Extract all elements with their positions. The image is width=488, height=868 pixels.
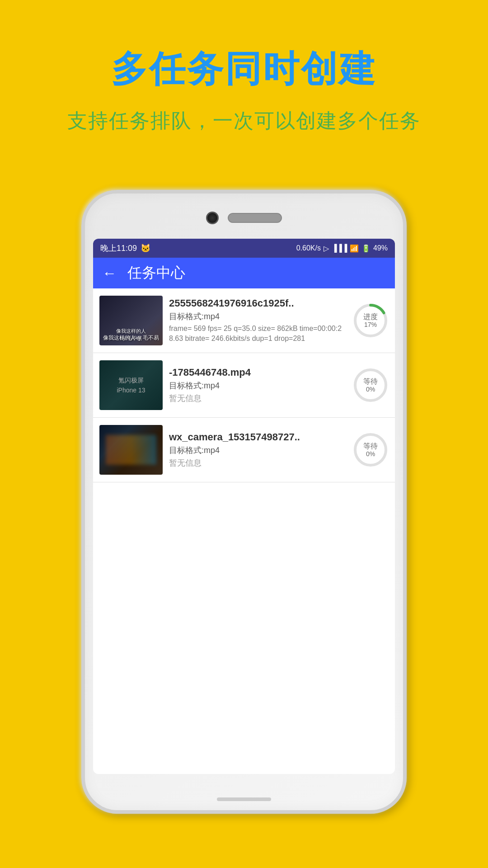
task-format: 目标格式:mp4 — [169, 380, 346, 391]
task-format: 目标格式:mp4 — [169, 445, 346, 456]
progress-status-text: 等待 — [363, 377, 378, 386]
progress-percent: 17% — [363, 321, 378, 329]
progress-circle-2: 等待 0% — [352, 367, 389, 403]
status-bar: 晚上11:09 🐱 0.60K/s ▷ ▐▐▐ 📶 🔋 49% — [93, 239, 395, 258]
volume-down-btn — [81, 410, 83, 456]
task-info: -1785446748.mp4 目标格式:mp4 暂无信息 — [169, 367, 346, 404]
task-thumbnail: 氪闪极屏iPhone 13 — [99, 360, 163, 410]
volume-silent-btn — [81, 311, 83, 343]
thumb2-inner: 氪闪极屏iPhone 13 — [117, 375, 145, 396]
battery-icon: 🔋 — [361, 244, 371, 253]
signal-icon: ▐▐▐ — [332, 244, 347, 252]
app-title-label: 任务中心 — [127, 263, 185, 283]
front-camera — [206, 212, 219, 224]
progress-percent: 0% — [363, 450, 378, 458]
back-button[interactable]: ← — [102, 265, 117, 282]
task-item[interactable]: 像我这样的人by 毛不易 2555568241976916c1925f.. 目标… — [93, 288, 395, 353]
wifi-icon: 📶 — [350, 244, 359, 253]
home-bar[interactable] — [217, 797, 271, 801]
task-no-info: 暂无信息 — [169, 393, 346, 404]
task-thumbnail: 像我这样的人by 毛不易 — [99, 296, 163, 345]
phone-top-area — [206, 212, 282, 224]
status-left: 晚上11:09 🐱 — [100, 243, 150, 254]
app-header: ← 任务中心 — [93, 258, 395, 288]
volume-up-btn — [81, 356, 83, 401]
progress-circle-3: 等待 0% — [352, 432, 389, 468]
progress-label-2: 等待 0% — [363, 377, 378, 393]
task-item[interactable]: wx_camera_153157498727.. 目标格式:mp4 暂无信息 等… — [93, 418, 395, 482]
status-emoji: 🐱 — [141, 243, 150, 253]
task-details: frame= 569 fps= 25 q=35.0 size= 862kB ti… — [169, 324, 346, 344]
progress-label-1: 进度 17% — [363, 312, 378, 329]
task-info: 2555568241976916c1925f.. 目标格式:mp4 frame=… — [169, 297, 346, 344]
bluetooth-icon: ▷ — [324, 244, 329, 253]
task-info: wx_camera_153157498727.. 目标格式:mp4 暂无信息 — [169, 431, 346, 468]
page-title: 多任务同时创建 — [0, 0, 488, 94]
power-btn — [405, 356, 407, 410]
status-right: 0.60K/s ▷ ▐▐▐ 📶 🔋 49% — [296, 244, 388, 253]
task-list[interactable]: 像我这样的人by 毛不易 2555568241976916c1925f.. 目标… — [93, 288, 395, 774]
thumb1-text: 像我这样的人by 毛不易 — [99, 328, 163, 342]
earpiece-speaker — [228, 213, 282, 223]
progress-label-3: 等待 0% — [363, 442, 378, 458]
progress-status-text: 等待 — [363, 442, 378, 450]
task-no-info: 暂无信息 — [169, 458, 346, 468]
network-speed: 0.60K/s — [296, 244, 321, 252]
battery-percent: 49% — [373, 244, 388, 252]
status-time: 晚上11:09 — [100, 243, 137, 254]
task-filename: 2555568241976916c1925f.. — [169, 297, 346, 309]
phone-mockup: 晚上11:09 🐱 0.60K/s ▷ ▐▐▐ 📶 🔋 49% ← 任务中心 — [81, 190, 407, 814]
task-filename: wx_camera_153157498727.. — [169, 431, 346, 443]
progress-percent: 0% — [363, 386, 378, 393]
task-filename: -1785446748.mp4 — [169, 367, 346, 378]
task-format: 目标格式:mp4 — [169, 311, 346, 322]
page-subtitle: 支持任务排队，一次可以创建多个任务 — [0, 94, 488, 134]
progress-circle-1: 进度 17% — [352, 302, 389, 339]
task-item[interactable]: 氪闪极屏iPhone 13 -1785446748.mp4 目标格式:mp4 暂… — [93, 353, 395, 418]
task-thumbnail — [99, 425, 163, 475]
progress-status-text: 进度 — [363, 312, 378, 321]
phone-screen: 晚上11:09 🐱 0.60K/s ▷ ▐▐▐ 📶 🔋 49% ← 任务中心 — [93, 239, 395, 774]
